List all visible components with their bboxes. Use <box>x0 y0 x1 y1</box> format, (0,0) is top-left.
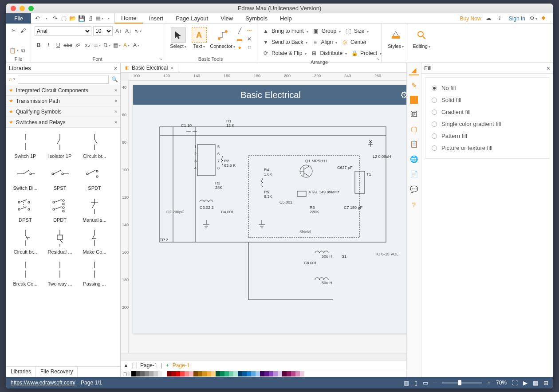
size-button[interactable]: ⬚Size <box>343 27 370 35</box>
status-url-link[interactable]: https://www.edrawsoft.com/ <box>11 380 75 386</box>
color-swatch[interactable] <box>233 371 238 376</box>
fill-option[interactable]: Solid fill <box>432 94 543 106</box>
close-fill-panel-icon[interactable]: × <box>547 65 550 72</box>
grid-view-icon[interactable]: ▦ <box>533 380 538 386</box>
shadow-icon[interactable]: ▢ <box>409 124 419 134</box>
settings-gear-icon[interactable]: ⚙ <box>530 15 537 22</box>
color-swatch[interactable] <box>136 371 140 376</box>
font-size-select[interactable]: 10 <box>93 26 113 36</box>
tab-view[interactable]: View <box>214 13 239 24</box>
library-home-icon[interactable]: ⌂ <box>8 75 16 83</box>
sign-in-link[interactable]: Sign In <box>509 16 525 22</box>
bold-icon[interactable]: B <box>35 41 43 49</box>
page-tab-1b[interactable]: Page-1 <box>173 362 190 368</box>
comment-icon[interactable]: 💬 <box>409 184 419 194</box>
lefttab-file-recovery[interactable]: File Recovery <box>36 367 78 377</box>
lib-cat-ic-components[interactable]: ★Integrated Circuit Components× <box>6 85 120 96</box>
canvas[interactable]: Basic Electrical ⚙ 12345678 <box>129 81 406 353</box>
color-swatch[interactable] <box>193 371 198 376</box>
page-icon[interactable]: 📄 <box>409 169 419 179</box>
undo-icon[interactable]: ↶ <box>34 15 41 22</box>
buy-now-link[interactable]: Buy Now <box>460 16 481 22</box>
fill-option[interactable]: Picture or texture fill <box>432 142 543 154</box>
color-swatch[interactable] <box>154 371 158 376</box>
crop-tool-icon[interactable]: ⌗ <box>245 43 253 51</box>
tab-symbols[interactable]: Symbols <box>239 13 274 24</box>
open-icon[interactable]: 📂 <box>69 15 76 22</box>
color-swatch[interactable] <box>140 371 145 376</box>
color-swatch[interactable] <box>260 371 264 376</box>
font-group-launcher-icon[interactable]: ↘ <box>159 57 162 61</box>
solid-fill-icon[interactable] <box>410 96 418 104</box>
shape-item[interactable]: SPDT <box>77 162 112 194</box>
shape-item[interactable]: DPDT <box>43 194 77 226</box>
color-swatch[interactable] <box>256 371 260 376</box>
color-swatch[interactable] <box>220 371 224 376</box>
underline-icon[interactable]: U <box>54 41 62 49</box>
fit-page-icon[interactable]: ▥ <box>404 380 409 386</box>
color-swatch[interactable] <box>162 371 167 376</box>
lefttab-libraries[interactable]: Libraries <box>6 367 36 377</box>
color-swatch[interactable] <box>287 371 291 376</box>
shape-item[interactable]: Isolator 1P <box>43 130 77 162</box>
shape-item[interactable]: Two way ... <box>43 258 77 290</box>
lib-cat-transmission[interactable]: ★Transmission Path× <box>6 96 120 106</box>
shape-item[interactable]: Switch Di... <box>8 162 43 194</box>
shape-item[interactable]: SPST <box>43 162 77 194</box>
distribute-button[interactable]: ⊞Distribute <box>309 49 348 58</box>
color-swatch[interactable] <box>224 371 229 376</box>
color-swatch[interactable] <box>207 371 211 376</box>
print-icon[interactable]: 🖨 <box>87 15 94 22</box>
color-swatch[interactable] <box>189 371 193 376</box>
color-swatch[interactable] <box>251 371 256 376</box>
close-doc-tab-icon[interactable]: × <box>170 65 173 71</box>
color-swatch[interactable] <box>176 371 180 376</box>
color-swatch[interactable] <box>300 371 304 376</box>
save-icon[interactable]: 💾 <box>78 15 85 22</box>
bullets-icon[interactable]: ≣ <box>93 41 101 49</box>
line-spacing-icon[interactable]: ⇅ <box>103 41 111 49</box>
close-libraries-icon[interactable]: × <box>114 65 118 72</box>
shape-item[interactable]: Circuit br... <box>77 130 112 162</box>
line-tool-icon[interactable]: ╱ <box>236 27 244 35</box>
align-button[interactable]: ≡Align <box>310 38 338 47</box>
color-swatch[interactable] <box>242 371 247 376</box>
globe-icon[interactable]: 🌐 <box>409 154 419 164</box>
align-text-icon[interactable]: ▦ <box>113 41 121 49</box>
file-menu[interactable]: File <box>6 13 31 24</box>
color-swatch[interactable] <box>216 371 220 376</box>
rect-tool-icon[interactable]: ▬ <box>236 35 244 43</box>
paste-icon[interactable]: 📋 <box>10 47 18 55</box>
fit-width-icon[interactable]: ▯ <box>414 380 417 386</box>
cut-icon[interactable]: ✂ <box>10 27 18 35</box>
horizontal-scrollbar[interactable] <box>121 353 406 360</box>
image-fill-icon[interactable]: 🖼 <box>409 109 419 119</box>
strike-icon[interactable]: abc <box>64 41 72 49</box>
fill-option[interactable]: Gradient fill <box>432 106 543 118</box>
color-swatch[interactable] <box>282 371 287 376</box>
new-doc-icon[interactable]: ▢ <box>60 15 67 22</box>
color-swatch[interactable] <box>167 371 171 376</box>
protect-button[interactable]: 🔒Protect <box>350 49 382 58</box>
presentation-icon[interactable]: ▶ <box>523 380 528 386</box>
redo-icon[interactable]: ↷ <box>51 15 59 22</box>
color-swatch[interactable] <box>185 371 189 376</box>
doc-tab[interactable]: ◧ Basic Electrical × <box>121 64 178 72</box>
line-style-icon[interactable]: ✎ <box>409 81 419 90</box>
undo-dropdown-icon[interactable] <box>43 15 50 22</box>
tab-help[interactable]: Help <box>274 13 298 24</box>
tab-home[interactable]: Home <box>115 13 143 24</box>
arc-tool-icon[interactable]: 〜 <box>245 27 253 35</box>
shape-item[interactable]: Circuit br... <box>8 226 43 258</box>
fill-option[interactable]: Single color gradient fill <box>432 118 543 130</box>
color-swatch[interactable] <box>247 371 251 376</box>
fill-option[interactable]: Pattern fill <box>432 130 543 142</box>
color-swatch[interactable] <box>158 371 162 376</box>
color-swatch[interactable] <box>229 371 233 376</box>
zoom-slider[interactable] <box>442 382 482 384</box>
copy-icon[interactable]: ⧉ <box>20 47 27 55</box>
group-button[interactable]: ▣Group <box>311 27 342 35</box>
rotate-flip-button[interactable]: ⟳Rotate & Flip <box>261 49 307 58</box>
color-swatch[interactable] <box>269 371 273 376</box>
color-swatch[interactable] <box>264 371 269 376</box>
